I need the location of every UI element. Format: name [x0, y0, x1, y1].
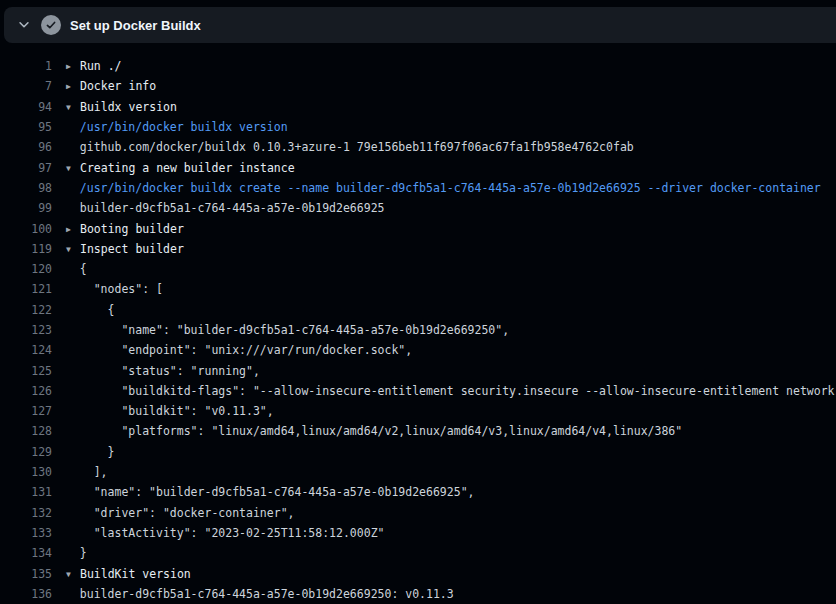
line-content: }: [66, 546, 87, 560]
group-collapsed-arrow-icon[interactable]: ▶: [66, 82, 80, 91]
log-line: 98 /usr/bin/docker buildx create --name …: [0, 178, 836, 198]
log-line[interactable]: 94▼Buildx version: [0, 97, 836, 117]
log-line: 124 "endpoint": "unix:///var/run/docker.…: [0, 340, 836, 360]
output-text: "driver": "docker-container",: [66, 506, 294, 520]
line-number[interactable]: 133: [0, 526, 52, 540]
line-number[interactable]: 131: [0, 485, 52, 499]
line-number[interactable]: 130: [0, 465, 52, 479]
chevron-down-icon[interactable]: [17, 18, 31, 32]
output-text: }: [66, 546, 87, 560]
line-number[interactable]: 96: [0, 140, 52, 154]
line-content: "driver": "docker-container",: [66, 506, 294, 520]
log-line: 126 "buildkitd-flags": "--allow-insecure…: [0, 381, 836, 401]
line-number[interactable]: 98: [0, 181, 52, 195]
log-container: 1▶Run ./7▶Docker info94▼Buildx version95…: [0, 43, 836, 604]
log-line[interactable]: 7▶Docker info: [0, 76, 836, 96]
line-content: github.com/docker/buildx 0.10.3+azure-1 …: [66, 140, 634, 154]
line-content: ▶Docker info: [66, 79, 156, 93]
line-number[interactable]: 125: [0, 364, 52, 378]
actions-log-page: { "header": { "title": "Set up Docker Bu…: [0, 0, 836, 604]
line-number[interactable]: 123: [0, 323, 52, 337]
line-number[interactable]: 94: [0, 100, 52, 114]
group-title: Creating a new builder instance: [80, 161, 295, 175]
group-expanded-arrow-icon[interactable]: ▼: [66, 164, 80, 173]
output-text: }: [66, 445, 114, 459]
log-line: 95 /usr/bin/docker buildx version: [0, 117, 836, 137]
output-text: "buildkitd-flags": "--allow-insecure-ent…: [66, 384, 836, 398]
group-collapsed-arrow-icon[interactable]: ▶: [66, 225, 80, 234]
line-number[interactable]: 124: [0, 343, 52, 357]
log-line: 125 "status": "running",: [0, 360, 836, 380]
line-number[interactable]: 136: [0, 587, 52, 601]
line-number[interactable]: 122: [0, 303, 52, 317]
line-number[interactable]: 126: [0, 384, 52, 398]
log-line: 130 ],: [0, 462, 836, 482]
line-number[interactable]: 121: [0, 282, 52, 296]
log-line: 127 "buildkit": "v0.11.3",: [0, 401, 836, 421]
group-title: Run ./: [80, 59, 122, 73]
step-title: Set up Docker Buildx: [70, 18, 201, 33]
line-content: "platforms": "linux/amd64,linux/amd64/v2…: [66, 424, 682, 438]
line-content: ▼Buildx version: [66, 100, 177, 114]
line-number[interactable]: 1: [0, 59, 52, 73]
output-text: "nodes": [: [66, 282, 163, 296]
line-content: ▼BuildKit version: [66, 567, 191, 581]
line-number[interactable]: 7: [0, 79, 52, 93]
log-line: 123 "name": "builder-d9cfb5a1-c764-445a-…: [0, 320, 836, 340]
line-number[interactable]: 100: [0, 222, 52, 236]
command-text: /usr/bin/docker buildx create --name bui…: [66, 181, 821, 195]
line-content: ▶Run ./: [66, 59, 122, 73]
output-text: "platforms": "linux/amd64,linux/amd64/v2…: [66, 424, 682, 438]
group-expanded-arrow-icon[interactable]: ▼: [66, 103, 80, 112]
log-line: 132 "driver": "docker-container",: [0, 503, 836, 523]
log-line: 131 "name": "builder-d9cfb5a1-c764-445a-…: [0, 482, 836, 502]
line-number[interactable]: 127: [0, 404, 52, 418]
log-line[interactable]: 135▼BuildKit version: [0, 563, 836, 583]
line-content: /usr/bin/docker buildx version: [66, 120, 288, 134]
line-number[interactable]: 95: [0, 120, 52, 134]
output-text: "status": "running",: [66, 364, 260, 378]
line-number[interactable]: 134: [0, 546, 52, 560]
line-content: "nodes": [: [66, 282, 163, 296]
group-expanded-arrow-icon[interactable]: ▼: [66, 245, 80, 254]
line-number[interactable]: 119: [0, 242, 52, 256]
line-content: "buildkitd-flags": "--allow-insecure-ent…: [66, 384, 836, 398]
line-content: ▼Creating a new builder instance: [66, 161, 295, 175]
group-expanded-arrow-icon[interactable]: ▼: [66, 570, 80, 579]
line-number[interactable]: 128: [0, 424, 52, 438]
log-line[interactable]: 97▼Creating a new builder instance: [0, 157, 836, 177]
output-text: builder-d9cfb5a1-c764-445a-a57e-0b19d2e6…: [66, 201, 385, 215]
line-content: "status": "running",: [66, 364, 260, 378]
line-number[interactable]: 97: [0, 161, 52, 175]
group-title: Docker info: [80, 79, 156, 93]
line-number[interactable]: 99: [0, 201, 52, 215]
line-content: "name": "builder-d9cfb5a1-c764-445a-a57e…: [66, 323, 509, 337]
group-title: BuildKit version: [80, 567, 191, 581]
log-line: 120 {: [0, 259, 836, 279]
line-number[interactable]: 135: [0, 567, 52, 581]
step-header[interactable]: Set up Docker Buildx: [4, 7, 836, 43]
group-title: Booting builder: [80, 222, 184, 236]
log-line: 129 }: [0, 442, 836, 462]
log-line[interactable]: 1▶Run ./: [0, 56, 836, 76]
line-content: {: [66, 262, 87, 276]
line-number[interactable]: 129: [0, 445, 52, 459]
line-number[interactable]: 132: [0, 506, 52, 520]
log-line: 99 builder-d9cfb5a1-c764-445a-a57e-0b19d…: [0, 198, 836, 218]
command-text: /usr/bin/docker buildx version: [66, 120, 288, 134]
group-collapsed-arrow-icon[interactable]: ▶: [66, 62, 80, 71]
line-content: "endpoint": "unix:///var/run/docker.sock…: [66, 343, 412, 357]
line-number[interactable]: 120: [0, 262, 52, 276]
line-content: {: [66, 303, 114, 317]
line-content: /usr/bin/docker buildx create --name bui…: [66, 181, 821, 195]
line-content: ],: [66, 465, 108, 479]
line-content: "buildkit": "v0.11.3",: [66, 404, 274, 418]
group-title: Inspect builder: [80, 242, 184, 256]
output-text: github.com/docker/buildx 0.10.3+azure-1 …: [66, 140, 634, 154]
log-line[interactable]: 119▼Inspect builder: [0, 239, 836, 259]
output-text: "name": "builder-d9cfb5a1-c764-445a-a57e…: [66, 485, 475, 499]
log-line[interactable]: 100▶Booting builder: [0, 218, 836, 238]
log-line: 136 builder-d9cfb5a1-c764-445a-a57e-0b19…: [0, 584, 836, 604]
line-content: builder-d9cfb5a1-c764-445a-a57e-0b19d2e6…: [66, 201, 385, 215]
log-line: 96 github.com/docker/buildx 0.10.3+azure…: [0, 137, 836, 157]
